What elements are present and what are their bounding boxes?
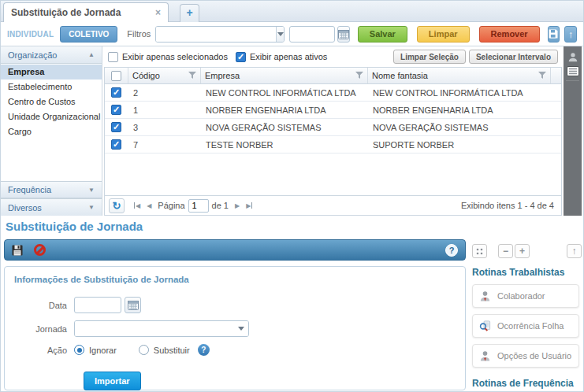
column-header-nome-fantasia[interactable]: Nome fantasia: [368, 68, 550, 83]
sidebar-item-cargo[interactable]: Cargo: [1, 124, 102, 139]
add-tab-button[interactable]: +: [180, 4, 199, 22]
column-header-codigo[interactable]: Código: [128, 68, 201, 83]
prev-page-button[interactable]: ◀: [143, 202, 154, 209]
sidebar-item-empresa[interactable]: Empresa: [1, 65, 102, 80]
grid-options-row: Exibir apenas selecionados Exibir apenas…: [104, 46, 562, 67]
page-number-input[interactable]: [188, 199, 209, 213]
card-label: Colaborador: [497, 291, 545, 301]
exibir-ativos-label: Exibir apenas ativos: [250, 52, 327, 61]
limpar-button[interactable]: Limpar: [417, 26, 470, 43]
accordion-diversos-label: Diversos: [8, 203, 42, 213]
panel-up-icon[interactable]: ↑: [567, 244, 582, 258]
coletivo-toggle[interactable]: COLETIVO: [60, 26, 117, 43]
card-ocorrencia-folha[interactable]: Ocorrência Folha: [472, 314, 579, 338]
app-window: Substituição de Jornada × + INDIVIDUAL C…: [0, 0, 584, 392]
jornada-input[interactable]: [75, 321, 234, 336]
table-row[interactable]: 2 NEW CONTROL INFORMÁTICA LTDA NEW CONTR…: [105, 84, 561, 102]
row-checkbox[interactable]: [111, 139, 121, 150]
accordion-organizacao[interactable]: Organização ▲: [1, 46, 102, 64]
row-checkbox[interactable]: [111, 122, 121, 132]
acao-field-row: Ação Ignorar Substituir ?: [5, 344, 465, 356]
sidebar-item-centro-de-custos[interactable]: Centro de Custos: [1, 94, 102, 109]
card-colaborador[interactable]: Colaborador: [472, 284, 579, 308]
cell-nome-fantasia: NEW CONTROL INFORMÁTICA LTDA: [368, 88, 561, 98]
data-input[interactable]: [74, 297, 121, 313]
first-page-button[interactable]: ◀: [131, 202, 143, 209]
cell-empresa: NOVA GERAÇÃO SISTEMAS: [201, 123, 368, 132]
substituir-radio[interactable]: [139, 345, 149, 355]
rotinas-frequencia-heading: Rotinas de Frequência: [472, 378, 584, 389]
next-page-button[interactable]: ▶: [232, 202, 243, 209]
exibir-ativos-checkbox[interactable]: [236, 52, 246, 62]
sidebar-item-unidade-organizacional[interactable]: Unidade Organizacional: [1, 109, 102, 124]
refresh-icon[interactable]: ↻: [109, 198, 125, 213]
cell-nome-fantasia: SUPORTE NORBER: [368, 140, 561, 150]
tab-substituicao-de-jornada[interactable]: Substituição de Jornada ×: [3, 2, 169, 22]
filter-funnel-icon[interactable]: [535, 71, 546, 80]
filtros-combobox[interactable]: [155, 26, 285, 43]
person-icon: [479, 350, 491, 362]
sidebar-item-estabelecimento[interactable]: Estabelecimento: [1, 80, 102, 94]
routines-panel: − + ↑ Rotinas Trabalhistas Colaborador O…: [472, 244, 584, 392]
selecionar-intervalo-button[interactable]: Selecionar Intervalo: [469, 50, 558, 64]
date-input[interactable]: [289, 26, 335, 43]
grid-view-icon[interactable]: [472, 244, 487, 258]
filter-funnel-icon[interactable]: [185, 71, 196, 80]
collapsed-side-toolbar: [564, 46, 582, 216]
help-icon[interactable]: ?: [198, 344, 210, 356]
data-label: Data: [5, 301, 74, 310]
cell-nome-fantasia: NOVA GERAÇÃO SISTEMAS: [368, 123, 561, 132]
card-opcoes-de-usuario[interactable]: Opções de Usuário: [472, 344, 579, 368]
list-view-icon[interactable]: [567, 66, 579, 76]
calendar-icon[interactable]: [337, 26, 350, 43]
exibir-selecionados-checkbox[interactable]: [108, 52, 118, 62]
page-of-label: de 1: [212, 201, 229, 210]
jornada-combobox[interactable]: [74, 320, 249, 337]
row-checkbox[interactable]: [111, 87, 121, 98]
acao-label: Ação: [5, 346, 74, 355]
chevron-down-icon[interactable]: [234, 321, 248, 336]
table-row[interactable]: 1 NORBER ENGENHARIA LTDA NORBER ENGENHAR…: [105, 102, 561, 119]
expand-all-button[interactable]: +: [515, 244, 530, 258]
individual-toggle[interactable]: INDIVIDUAL: [7, 30, 54, 39]
detail-section: Substituição de Jornada ? Informações de…: [1, 216, 584, 392]
card-label: Ocorrência Folha: [497, 321, 564, 331]
save-layout-button[interactable]: [548, 26, 560, 43]
filter-toolbar: INDIVIDUAL COLETIVO Filtros Salvar Limpa…: [1, 22, 583, 46]
chevron-down-icon: ▼: [88, 187, 95, 194]
substituir-label: Substituir: [154, 346, 190, 355]
substituicao-form-panel: Informações de Substituição de Jornada D…: [4, 266, 466, 390]
chevron-down-icon[interactable]: [276, 27, 284, 42]
save-icon[interactable]: [12, 245, 23, 256]
jornada-label: Jornada: [5, 324, 74, 334]
select-all-checkbox[interactable]: [111, 71, 121, 81]
ignorar-radio[interactable]: [74, 345, 84, 355]
importar-button[interactable]: Importar: [84, 372, 141, 390]
page-title: Substituição de Jornada: [6, 220, 143, 233]
detail-toolbar: ?: [4, 239, 466, 261]
tab-bar: Substituição de Jornada × +: [1, 1, 583, 22]
column-header-empresa[interactable]: Empresa: [201, 68, 368, 83]
limpar-selecao-button[interactable]: Limpar Seleção: [393, 50, 466, 64]
tab-close-icon[interactable]: ×: [155, 7, 161, 18]
form-panel-header: Informações de Substituição de Jornada: [5, 267, 465, 284]
help-icon[interactable]: ?: [445, 244, 458, 257]
accordion-diversos[interactable]: Diversos ▼: [1, 198, 102, 216]
items-status-text: Exibindo itens 1 - 4 de 4: [461, 201, 557, 210]
row-checkbox[interactable]: [111, 105, 121, 115]
remover-button[interactable]: Remover: [479, 26, 540, 43]
filtros-label: Filtros: [127, 29, 151, 39]
user-icon[interactable]: [567, 52, 578, 63]
table-row[interactable]: 7 TESTE NORBER SUPORTE NORBER: [105, 136, 561, 153]
last-page-button[interactable]: ▶: [243, 202, 255, 209]
accordion-frequencia[interactable]: Frequência ▼: [1, 181, 102, 198]
cell-empresa: NORBER ENGENHARIA LTDA: [201, 105, 368, 115]
cancel-icon[interactable]: [34, 244, 46, 256]
filter-funnel-icon[interactable]: [352, 71, 363, 80]
collapse-all-button[interactable]: −: [498, 244, 513, 258]
salvar-button[interactable]: Salvar: [358, 26, 407, 43]
calendar-icon[interactable]: [125, 297, 141, 313]
filtros-input[interactable]: [156, 27, 276, 42]
table-row[interactable]: 3 NOVA GERAÇÃO SISTEMAS NOVA GERAÇÃO SIS…: [105, 119, 561, 136]
collapse-up-button[interactable]: ↑: [564, 26, 577, 43]
